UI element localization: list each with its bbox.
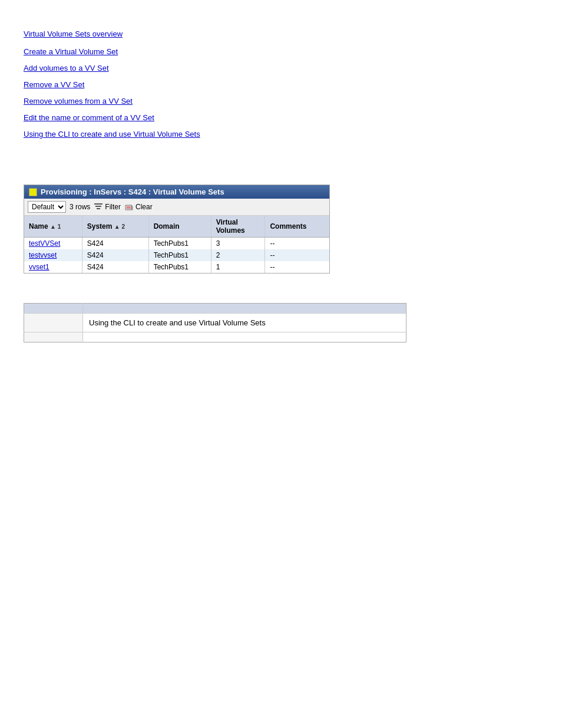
col-volumes[interactable]: VirtualVolumes [211, 216, 265, 238]
panel-title-text: Provisioning : InServs : S424 : Virtual … [41, 187, 224, 196]
sort-system: ▲ 2 [114, 223, 125, 230]
info-row-header [24, 304, 406, 314]
col-system[interactable]: System ▲ 2 [82, 216, 148, 238]
info-table: Using the CLI to create and use Virtual … [24, 303, 406, 342]
cell-name-1: testvvset [24, 249, 82, 261]
top-overview-link[interactable]: Virtual Volume Sets overview [24, 29, 123, 38]
info-row3-label [24, 332, 83, 342]
info-cli-link[interactable]: Using the CLI to create and use Virtual … [89, 318, 266, 327]
clear-icon [124, 203, 134, 211]
svg-rect-2 [97, 208, 100, 209]
filter-button[interactable]: Filter [94, 203, 121, 211]
svg-rect-0 [94, 203, 103, 205]
vvset-panel-window: Provisioning : InServs : S424 : Virtual … [24, 185, 330, 274]
filter-icon [94, 203, 103, 211]
vvset-table: Name ▲ 1 System ▲ 2 Domain VirtualVolume… [24, 216, 329, 273]
cell-name-2: vvset1 [24, 261, 82, 273]
info-row-3 [24, 332, 406, 342]
table-row: testVVSet S424 TechPubs1 3 -- [24, 238, 329, 250]
info-row3-value [83, 332, 406, 342]
link-create-vvset[interactable]: Create a Virtual Volume Set [24, 44, 538, 60]
filter-label: Filter [105, 203, 121, 211]
cell-volumes-0: 3 [211, 238, 265, 250]
vvset-link-0[interactable]: testVVSet [29, 239, 60, 248]
cell-volumes-1: 2 [211, 249, 265, 261]
info-row-link: Using the CLI to create and use Virtual … [24, 314, 406, 332]
view-select[interactable]: Default [28, 201, 66, 213]
table-row: vvset1 S424 TechPubs1 1 -- [24, 261, 329, 273]
panel-toolbar: Default 3 rows Filter [24, 199, 329, 216]
panel-title-bar: Provisioning : InServs : S424 : Virtual … [24, 185, 329, 199]
svg-rect-1 [95, 206, 101, 207]
cell-domain-1: TechPubs1 [148, 249, 211, 261]
cell-system-1: S424 [82, 249, 148, 261]
cell-system-0: S424 [82, 238, 148, 250]
cell-domain-2: TechPubs1 [148, 261, 211, 273]
cell-volumes-2: 1 [211, 261, 265, 273]
clear-button[interactable]: Clear [124, 203, 153, 211]
cell-system-2: S424 [82, 261, 148, 273]
link-add-volumes[interactable]: Add volumes to a VV Set [24, 61, 538, 76]
col-domain[interactable]: Domain [148, 216, 211, 238]
link-edit-vvset[interactable]: Edit the name or comment of a VV Set [24, 110, 538, 126]
clear-label: Clear [135, 203, 153, 211]
table-row: testvvset S424 TechPubs1 2 -- [24, 249, 329, 261]
cell-comments-1: -- [265, 249, 329, 261]
info-header-label [24, 304, 83, 314]
cell-comments-0: -- [265, 238, 329, 250]
sort-name: ▲ 1 [50, 223, 61, 230]
link-cli-vvset[interactable]: Using the CLI to create and use Virtual … [24, 127, 538, 142]
col-comments[interactable]: Comments [265, 216, 329, 238]
vvset-link-2[interactable]: vvset1 [29, 263, 49, 271]
link-remove-vvset[interactable]: Remove a VV Set [24, 77, 538, 93]
rows-count: 3 rows [70, 203, 90, 211]
col-virtual-volumes-label: VirtualVolumes [216, 218, 245, 235]
svg-rect-3 [125, 205, 131, 210]
link-remove-volumes[interactable]: Remove volumes from a VV Set [24, 94, 538, 109]
table-header-row: Name ▲ 1 System ▲ 2 Domain VirtualVolume… [24, 216, 329, 238]
panel-title-icon [29, 188, 37, 196]
cell-name-0: testVVSet [24, 238, 82, 250]
vvset-link-1[interactable]: testvvset [29, 251, 57, 259]
cell-comments-2: -- [265, 261, 329, 273]
col-name[interactable]: Name ▲ 1 [24, 216, 82, 238]
info-header-value [83, 304, 406, 314]
cell-domain-0: TechPubs1 [148, 238, 211, 250]
info-link-label [24, 314, 83, 332]
svg-marker-4 [131, 205, 133, 210]
links-list: Create a Virtual Volume Set Add volumes … [24, 44, 538, 142]
info-link-value: Using the CLI to create and use Virtual … [83, 314, 406, 332]
